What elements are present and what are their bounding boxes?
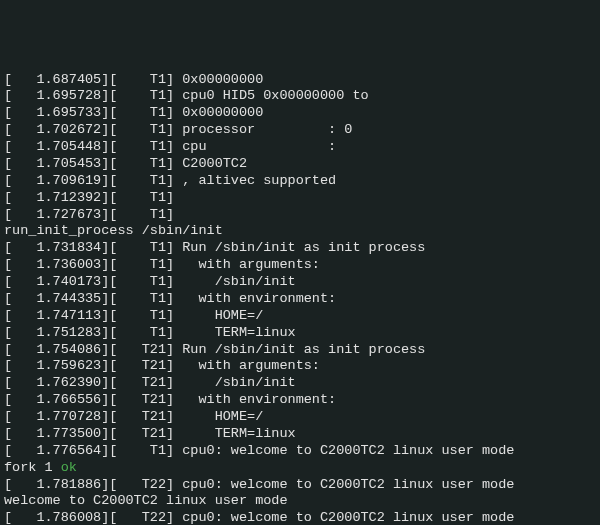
timestamp: 1.754086 bbox=[36, 342, 101, 357]
log-line: fork 1 ok bbox=[4, 460, 596, 477]
thread-id: T1 bbox=[142, 325, 166, 340]
log-line: [ 1.762390][ T21] /sbin/init bbox=[4, 375, 596, 392]
fork-prefix: fork 1 bbox=[4, 460, 61, 475]
log-line: [ 1.731834][ T1] Run /sbin/init as init … bbox=[4, 240, 596, 257]
plain-line: welcome to C2000TC2 linux user mode bbox=[4, 493, 288, 508]
plain-line: run_init_process /sbin/init bbox=[4, 223, 223, 238]
thread-id: T1 bbox=[142, 105, 166, 120]
log-message: TERM=linux bbox=[182, 325, 295, 340]
log-line: [ 1.781886][ T22] cpu0: welcome to C2000… bbox=[4, 477, 596, 494]
log-line: [ 1.773500][ T21] TERM=linux bbox=[4, 426, 596, 443]
timestamp: 1.781886 bbox=[36, 477, 101, 492]
log-message: with environment: bbox=[182, 392, 336, 407]
log-message: Run /sbin/init as init process bbox=[182, 342, 425, 357]
timestamp: 1.705453 bbox=[36, 156, 101, 171]
timestamp: 1.766556 bbox=[36, 392, 101, 407]
log-line: [ 1.712392][ T1] bbox=[4, 190, 596, 207]
log-line: [ 1.702672][ T1] processor : 0 bbox=[4, 122, 596, 139]
fork-status: ok bbox=[61, 460, 77, 475]
log-line: [ 1.740173][ T1] /sbin/init bbox=[4, 274, 596, 291]
thread-id: T1 bbox=[142, 291, 166, 306]
log-message: HOME=/ bbox=[182, 308, 263, 323]
log-message: cpu0: welcome to C2000TC2 linux user mod… bbox=[182, 443, 514, 458]
timestamp: 1.751283 bbox=[36, 325, 101, 340]
log-message: processor : 0 bbox=[182, 122, 352, 137]
log-line: [ 1.751283][ T1] TERM=linux bbox=[4, 325, 596, 342]
timestamp: 1.736003 bbox=[36, 257, 101, 272]
thread-id: T1 bbox=[142, 257, 166, 272]
log-message: with environment: bbox=[182, 291, 336, 306]
thread-id: T21 bbox=[142, 358, 166, 373]
thread-id: T1 bbox=[142, 156, 166, 171]
log-message: HOME=/ bbox=[182, 409, 263, 424]
timestamp: 1.709619 bbox=[36, 173, 101, 188]
timestamp: 1.727673 bbox=[36, 207, 101, 222]
thread-id: T1 bbox=[142, 240, 166, 255]
timestamp: 1.702672 bbox=[36, 122, 101, 137]
log-line: [ 1.705448][ T1] cpu : bbox=[4, 139, 596, 156]
thread-id: T1 bbox=[142, 308, 166, 323]
thread-id: T22 bbox=[142, 510, 166, 525]
timestamp: 1.695733 bbox=[36, 105, 101, 120]
thread-id: T1 bbox=[142, 173, 166, 188]
timestamp: 1.759623 bbox=[36, 358, 101, 373]
thread-id: T1 bbox=[142, 139, 166, 154]
kernel-log-console: [ 1.687405][ T1] 0x00000000[ 1.695728][ … bbox=[4, 72, 596, 526]
thread-id: T21 bbox=[142, 426, 166, 441]
log-message: TERM=linux bbox=[182, 426, 295, 441]
log-line: [ 1.776564][ T1] cpu0: welcome to C2000T… bbox=[4, 443, 596, 460]
log-message: /sbin/init bbox=[182, 274, 295, 289]
thread-id: T21 bbox=[142, 409, 166, 424]
log-line: [ 1.709619][ T1] , altivec supported bbox=[4, 173, 596, 190]
timestamp: 1.786008 bbox=[36, 510, 101, 525]
log-line: [ 1.705453][ T1] C2000TC2 bbox=[4, 156, 596, 173]
log-message: cpu0 HID5 0x00000000 to bbox=[182, 88, 368, 103]
log-line: [ 1.754086][ T21] Run /sbin/init as init… bbox=[4, 342, 596, 359]
thread-id: T21 bbox=[142, 375, 166, 390]
log-message: cpu0: welcome to C2000TC2 linux user mod… bbox=[182, 477, 514, 492]
log-message: C2000TC2 bbox=[182, 156, 247, 171]
log-message: Run /sbin/init as init process bbox=[182, 240, 425, 255]
log-line: [ 1.744335][ T1] with environment: bbox=[4, 291, 596, 308]
timestamp: 1.705448 bbox=[36, 139, 101, 154]
timestamp: 1.744335 bbox=[36, 291, 101, 306]
log-line: [ 1.759623][ T21] with arguments: bbox=[4, 358, 596, 375]
log-message: with arguments: bbox=[182, 257, 320, 272]
timestamp: 1.687405 bbox=[36, 72, 101, 87]
thread-id: T1 bbox=[142, 274, 166, 289]
log-line: run_init_process /sbin/init bbox=[4, 223, 596, 240]
timestamp: 1.773500 bbox=[36, 426, 101, 441]
log-message: /sbin/init bbox=[182, 375, 295, 390]
timestamp: 1.770728 bbox=[36, 409, 101, 424]
log-line: [ 1.770728][ T21] HOME=/ bbox=[4, 409, 596, 426]
timestamp: 1.762390 bbox=[36, 375, 101, 390]
log-line: [ 1.786008][ T22] cpu0: welcome to C2000… bbox=[4, 510, 596, 525]
thread-id: T1 bbox=[142, 207, 166, 222]
log-line: [ 1.687405][ T1] 0x00000000 bbox=[4, 72, 596, 89]
log-line: [ 1.695733][ T1] 0x00000000 bbox=[4, 105, 596, 122]
thread-id: T1 bbox=[142, 88, 166, 103]
log-line: [ 1.736003][ T1] with arguments: bbox=[4, 257, 596, 274]
timestamp: 1.776564 bbox=[36, 443, 101, 458]
thread-id: T1 bbox=[142, 190, 166, 205]
log-message: 0x00000000 bbox=[182, 105, 263, 120]
thread-id: T22 bbox=[142, 477, 166, 492]
log-line: welcome to C2000TC2 linux user mode bbox=[4, 493, 596, 510]
timestamp: 1.731834 bbox=[36, 240, 101, 255]
log-line: [ 1.727673][ T1] bbox=[4, 207, 596, 224]
log-message: , altivec supported bbox=[182, 173, 336, 188]
thread-id: T21 bbox=[142, 392, 166, 407]
timestamp: 1.747113 bbox=[36, 308, 101, 323]
thread-id: T1 bbox=[142, 72, 166, 87]
thread-id: T21 bbox=[142, 342, 166, 357]
log-line: [ 1.747113][ T1] HOME=/ bbox=[4, 308, 596, 325]
timestamp: 1.695728 bbox=[36, 88, 101, 103]
log-line: [ 1.766556][ T21] with environment: bbox=[4, 392, 596, 409]
timestamp: 1.712392 bbox=[36, 190, 101, 205]
log-line: [ 1.695728][ T1] cpu0 HID5 0x00000000 to bbox=[4, 88, 596, 105]
timestamp: 1.740173 bbox=[36, 274, 101, 289]
thread-id: T1 bbox=[142, 443, 166, 458]
log-message: 0x00000000 bbox=[182, 72, 263, 87]
log-message: cpu : bbox=[182, 139, 336, 154]
log-message: cpu0: welcome to C2000TC2 linux user mod… bbox=[182, 510, 514, 525]
